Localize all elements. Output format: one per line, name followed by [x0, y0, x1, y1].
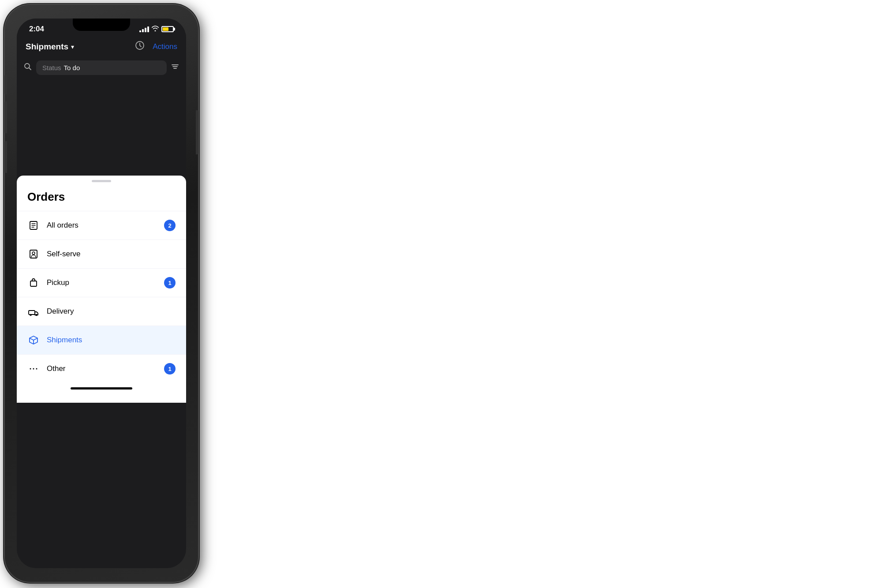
- notch: [73, 19, 130, 31]
- status-filter-label: Status: [42, 64, 61, 71]
- nav-right-icons: Actions: [135, 41, 177, 52]
- phone-outer: 2:04: [4, 4, 198, 582]
- pickup-icon: [27, 277, 40, 289]
- search-bar: Status To do: [17, 57, 186, 79]
- status-time: 2:04: [29, 25, 44, 34]
- signal-bar-1: [139, 30, 141, 32]
- filter-icon[interactable]: [171, 63, 179, 73]
- svg-point-18: [36, 368, 37, 370]
- sheet-title: Orders: [17, 182, 186, 211]
- menu-item-self-serve[interactable]: Self-serve: [17, 240, 186, 268]
- svg-point-17: [33, 368, 34, 370]
- all-orders-icon: [27, 219, 40, 232]
- svg-point-10: [32, 252, 35, 255]
- svg-rect-12: [29, 311, 35, 315]
- shipments-label: Shipments: [47, 336, 176, 345]
- other-icon: [27, 363, 40, 375]
- nav-title: Shipments: [26, 42, 68, 52]
- all-orders-badge: 2: [164, 220, 176, 231]
- search-icon[interactable]: [24, 63, 32, 73]
- bottom-sheet-handle-area: [17, 176, 186, 182]
- status-filter-pill[interactable]: Status To do: [36, 60, 167, 75]
- nav-bar: Shipments ▾ Actions: [17, 37, 186, 57]
- menu-item-pickup[interactable]: Pickup 1: [17, 268, 186, 297]
- wifi-icon: [152, 26, 159, 33]
- orders-menu-list: All orders 2: [17, 211, 186, 383]
- dark-content-area: [17, 79, 186, 176]
- volume-up-button: [4, 101, 7, 133]
- menu-item-delivery[interactable]: Delivery: [17, 297, 186, 326]
- menu-item-all-orders[interactable]: All orders 2: [17, 211, 186, 240]
- bottom-sheet: Orders: [17, 182, 186, 403]
- chevron-down-icon[interactable]: ▾: [71, 43, 74, 50]
- svg-point-16: [30, 368, 31, 370]
- signal-bar-3: [145, 28, 146, 32]
- signal-bars-icon: [139, 26, 149, 32]
- phone-frame: 2:04: [0, 0, 203, 588]
- delivery-label: Delivery: [47, 307, 176, 316]
- home-indicator: [71, 387, 132, 390]
- signal-bar-2: [142, 29, 144, 32]
- shipments-icon: [27, 334, 40, 346]
- pickup-label: Pickup: [47, 278, 164, 287]
- all-orders-label: All orders: [47, 221, 164, 230]
- self-serve-label: Self-serve: [47, 250, 176, 258]
- delivery-icon: [27, 305, 40, 318]
- battery-icon: [161, 26, 174, 32]
- menu-item-other[interactable]: Other 1: [17, 354, 186, 383]
- svg-point-1: [25, 64, 30, 68]
- svg-point-13: [30, 315, 31, 316]
- phone-screen: 2:04: [17, 19, 186, 568]
- other-label: Other: [47, 364, 164, 373]
- status-icons: [139, 26, 174, 33]
- signal-bar-4: [147, 26, 149, 32]
- page-container: 2:04: [0, 0, 882, 588]
- actions-button[interactable]: Actions: [153, 42, 177, 51]
- svg-rect-11: [30, 281, 37, 286]
- nav-title-area: Shipments ▾: [26, 42, 74, 52]
- clock-icon[interactable]: [135, 41, 145, 52]
- power-button: [196, 110, 198, 154]
- status-filter-value: To do: [64, 64, 80, 71]
- volume-down-button: [4, 141, 7, 173]
- pickup-badge: 1: [164, 277, 176, 288]
- self-serve-icon: [27, 248, 40, 260]
- battery-fill: [163, 27, 168, 31]
- menu-item-shipments[interactable]: Shipments: [17, 326, 186, 354]
- mute-button: [4, 75, 7, 94]
- other-badge: 1: [164, 363, 176, 375]
